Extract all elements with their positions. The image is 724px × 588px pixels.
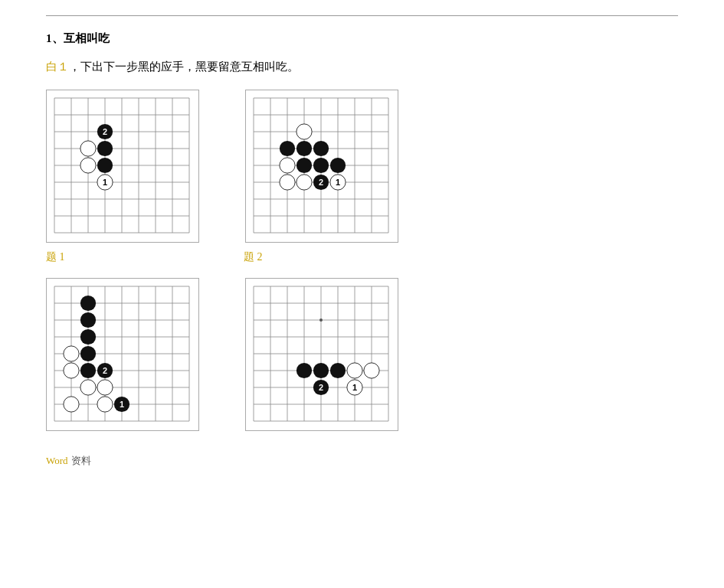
board3-container [46,278,199,431]
board1-label: 题 1 [46,251,65,263]
description: 白１，下出下一步黑的应手，黑要留意互相叫吃。 [46,60,678,74]
desc-white: 白１ [46,60,69,73]
bottom-boards-row [46,278,678,431]
board4-container [245,278,398,431]
label1: 题 1 [46,250,198,264]
top-boards-row [46,90,678,243]
board1-canvas [46,90,199,243]
board1-container [46,90,199,243]
board2-canvas [245,90,398,243]
top-divider [46,15,678,16]
footer: Word 资料 [46,454,678,468]
footer-word: Word [46,455,68,467]
label2: 題 2 [244,250,395,264]
labels-row: 题 1 題 2 [46,250,678,264]
board2-label: 題 2 [244,251,263,263]
footer-resource: 资料 [71,454,91,468]
section-title: 1、互相叫吃 [46,31,678,46]
board3-canvas [46,278,199,431]
board2-container [245,90,398,243]
board4-canvas [245,278,398,431]
